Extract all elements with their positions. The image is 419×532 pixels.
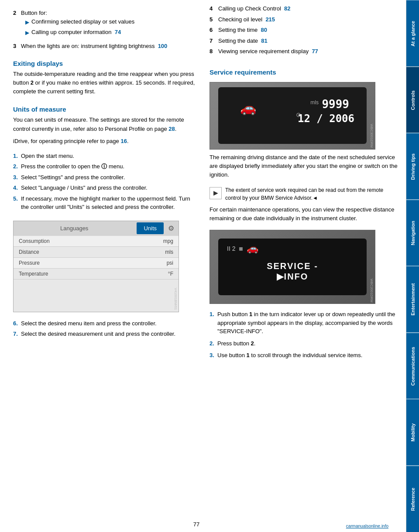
units-table-image: Languages Units ⚙ Consumption mpg Distan… <box>13 221 179 312</box>
sidebar-tab-at-a-glance[interactable]: At a glance <box>406 0 419 67</box>
service-heading: Service requirements <box>210 68 399 76</box>
service-para2: For certain maintenance operations, you … <box>210 205 399 223</box>
note-arrow-icon: ▶ <box>210 187 222 199</box>
item-7-text: Setting the date 81 <box>218 37 268 45</box>
item-4-text: Calling up Check Control 82 <box>218 4 291 13</box>
item-2: 2 Button for: ▶ Confirming selected disp… <box>13 9 196 38</box>
exiting-heading: Exiting displays <box>13 60 196 67</box>
temperature-value: °F <box>168 271 173 277</box>
service-step-1: 1. Push button 1 in the turn indicator l… <box>210 310 399 336</box>
website-watermark: carmanualsonline.info <box>346 524 388 529</box>
step-7: 7. Select the desired measurement unit a… <box>13 330 196 338</box>
bullet-arrow-1: ▶ <box>25 18 31 26</box>
units-row-pressure: Pressure psi <box>14 258 179 269</box>
bullet-2: ▶ Calling up computer information 74 <box>25 28 196 37</box>
sidebar-tab-navigation[interactable]: Navigation <box>406 200 419 266</box>
step-4: 4. Select "Language / Units" and press t… <box>13 184 196 192</box>
exiting-para: The outside-temperature reading and the … <box>13 70 196 96</box>
step-1: 1. Open the start menu. <box>13 152 196 160</box>
units-row-consumption: Consumption mpg <box>14 236 179 247</box>
item-3: 3 When the lights are on: instrument lig… <box>13 42 196 51</box>
service-info-line1: SERVICE - <box>267 261 318 271</box>
left-column: 2 Button for: ▶ Confirming selected disp… <box>0 0 205 532</box>
right-column: 4 Calling up Check Control 82 5 Checking… <box>205 0 406 532</box>
service-note-text: The extent of service work required can … <box>225 186 399 202</box>
item-4: 4 Calling up Check Control 82 <box>210 4 399 13</box>
sidebar-tab-communications[interactable]: Communications <box>406 333 419 399</box>
item-7: 7 Setting the date 81 <box>210 37 399 45</box>
watermark-service1: WBC3001DRM <box>370 124 374 148</box>
bullet-1: ▶ Confirming selected display or set val… <box>25 17 196 26</box>
tab-units: Units <box>137 222 164 234</box>
item-8-text: Viewing service requirement display 77 <box>218 47 318 56</box>
step-3: 3. Select "Settings" and press the contr… <box>13 173 196 182</box>
units-para1: You can set units of measure. The settin… <box>13 116 196 133</box>
units-row-distance: Distance mls <box>14 247 179 258</box>
item-3-number: 3 <box>13 42 21 51</box>
step-6: 6. Select the desired menu item and pres… <box>13 319 196 328</box>
service-mils-val: 9999 <box>322 98 349 111</box>
pressure-label: Pressure <box>19 260 167 266</box>
bullet-arrow-2: ▶ <box>25 29 31 37</box>
service-para1: The remaining driving distance and the d… <box>210 153 399 179</box>
watermark-left: V41001BM/01 <box>174 288 178 310</box>
units-steps-list: 1. Open the start menu. 2. Press the con… <box>13 152 196 214</box>
item-5-text: Checking oil level 215 <box>218 15 275 24</box>
page-number: 77 <box>193 521 199 528</box>
sidebar-tab-mobility[interactable]: Mobility <box>406 399 419 466</box>
page-footer: 77 <box>0 521 393 528</box>
sidebar-tab-controls[interactable]: Controls <box>406 67 419 133</box>
sidebar-tab-driving-tips[interactable]: Driving tips <box>406 133 419 200</box>
service-note-box: ▶ The extent of service work required ca… <box>210 186 399 202</box>
consumption-value: mpg <box>163 238 173 244</box>
sidebar-tab-reference[interactable]: Reference <box>406 466 419 532</box>
service-step-2: 2. Press button 2. <box>210 339 399 348</box>
service-cluster-image: 🚗 mls ⊙ 9999 12 / 2006 WBC3001DRM <box>210 82 375 150</box>
temperature-label: Temperature <box>19 271 168 277</box>
consumption-label: Consumption <box>19 238 163 244</box>
step-2: 2. Press the controller to open the ⓘ me… <box>13 162 196 171</box>
gear-icon: ⚙ <box>165 223 177 234</box>
units-steps-cont: 6. Select the desired menu item and pres… <box>13 319 196 341</box>
tab-languages: Languages <box>14 222 135 234</box>
pressure-value: psi <box>167 260 173 266</box>
units-heading: Units of measure <box>13 106 196 113</box>
item-2-number: 2 <box>13 9 21 38</box>
bullet-text-1: Confirming selected display or set value… <box>31 17 134 26</box>
watermark-service2: WBC2001DRM <box>370 279 374 303</box>
units-para2: iDrive, for operating principle refer to… <box>13 137 196 146</box>
service-steps-list: 1. Push button 1 in the turn indicator l… <box>210 310 399 362</box>
step-5: 5. If necessary, move the highlight mark… <box>13 194 196 211</box>
item-6: 6 Setting the time 80 <box>210 26 399 34</box>
item-5: 5 Checking oil level 215 <box>210 15 399 24</box>
item-2-label: Button for: <box>21 10 47 16</box>
service-info-image: II 2 ◼ 🚗 SERVICE - ▶INFO WBC2001DRM <box>210 230 375 304</box>
item-6-text: Setting the time 80 <box>218 26 267 34</box>
units-row-temperature: Temperature °F <box>14 269 179 280</box>
item-2-content: Button for: ▶ Confirming selected displa… <box>21 9 196 38</box>
service-info-line2: ▶INFO <box>267 271 318 282</box>
service-date-val: 12 / 2006 <box>298 113 354 125</box>
item-8: 8 Viewing service requirement display 77 <box>210 47 399 56</box>
distance-value: mls <box>165 249 173 255</box>
service-step-3: 3. Use button 1 to scroll through the in… <box>210 351 399 360</box>
sidebar-tab-entertainment[interactable]: Entertainment <box>406 266 419 333</box>
sidebar: At a glance Controls Driving tips Naviga… <box>406 0 419 532</box>
item-3-content: When the lights are on: instrument light… <box>21 42 196 51</box>
items-4-8: 4 Calling up Check Control 82 5 Checking… <box>210 4 399 58</box>
bullet-text-2: Calling up computer information 74 <box>31 28 121 37</box>
distance-label: Distance <box>19 249 165 255</box>
